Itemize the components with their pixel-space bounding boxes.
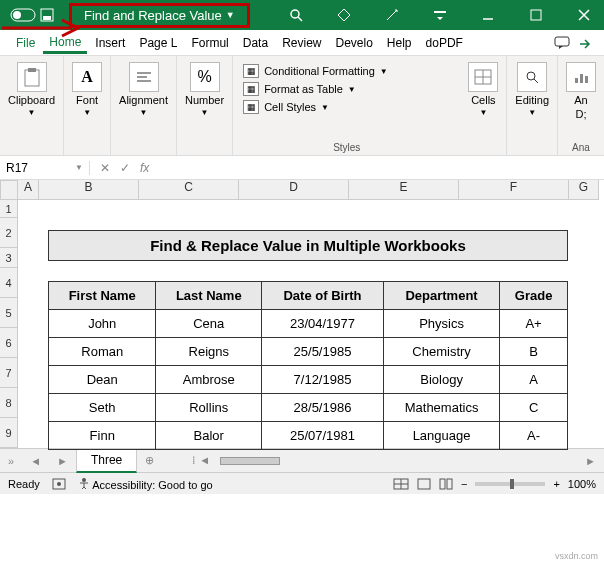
tab-insert[interactable]: Insert [89,32,131,54]
row-head-2[interactable]: 2 [0,218,18,248]
view-pagebreak-icon[interactable] [439,478,453,490]
name-box[interactable]: R17 ▼ [0,161,90,175]
row-head-3[interactable]: 3 [0,248,18,268]
table-cell[interactable]: Cena [156,310,262,338]
close-icon[interactable] [564,0,604,30]
tab-page-layout[interactable]: Page L [133,32,183,54]
table-cell[interactable]: Chemistry [383,338,499,366]
prev-sheet-icon[interactable]: ◄ [22,455,49,467]
share-icon[interactable] [578,36,594,50]
cell-styles[interactable]: ▦Cell Styles ▼ [243,98,450,116]
tab-splitter[interactable]: ⁞ ◄ [192,454,210,467]
view-normal-icon[interactable] [393,478,409,490]
table-cell[interactable]: Language [383,422,499,450]
editing-button[interactable]: Editing ▼ [515,62,549,117]
format-as-table[interactable]: ▦Format as Table ▼ [243,80,450,98]
zoom-level[interactable]: 100% [568,478,596,490]
table-cell[interactable]: A [500,366,568,394]
zoom-out-icon[interactable]: − [461,478,467,490]
document-title: Find and Replace Value [84,8,222,23]
table-cell[interactable]: A+ [500,310,568,338]
th-grade: Grade [500,282,568,310]
row-head-1[interactable]: 1 [0,200,18,218]
table-cell[interactable]: Rollins [156,394,262,422]
cancel-icon[interactable]: ✕ [100,161,110,175]
alignment-button[interactable]: Alignment ▼ [119,62,168,117]
fx-icon[interactable]: fx [140,161,149,175]
accessibility-status[interactable]: Accessibility: Good to go [78,477,213,491]
number-button[interactable]: % Number ▼ [185,62,224,117]
zoom-slider[interactable] [475,482,545,486]
table-cell[interactable]: 25/07/1981 [262,422,384,450]
font-button[interactable]: A Font ▼ [72,62,102,117]
table-cell[interactable]: Balor [156,422,262,450]
comments-icon[interactable] [554,36,570,50]
svg-rect-31 [447,479,452,489]
tab-developer[interactable]: Develo [329,32,378,54]
col-head-G[interactable]: G [569,180,599,200]
zoom-in-icon[interactable]: + [553,478,559,490]
tab-dopdf[interactable]: doPDF [420,32,469,54]
tab-data[interactable]: Data [237,32,274,54]
table-cell[interactable]: Roman [49,338,156,366]
table-cell[interactable]: 28/5/1986 [262,394,384,422]
table-cell[interactable]: A- [500,422,568,450]
table-cell[interactable]: 23/04/1977 [262,310,384,338]
scroll-right-icon[interactable]: ► [577,455,604,467]
table-cell[interactable]: Finn [49,422,156,450]
expand-tabs-icon[interactable]: » [0,455,22,467]
chevron-down-icon[interactable]: ▼ [75,163,83,172]
grid-cells[interactable]: Find & Replace Value in Multiple Workboo… [18,200,604,448]
row-head-6[interactable]: 6 [0,328,18,358]
sheet-tab-three[interactable]: Three [76,448,137,473]
hscroll-thumb[interactable] [220,457,280,465]
next-sheet-icon[interactable]: ► [49,455,76,467]
table-cell[interactable]: 7/12/1985 [262,366,384,394]
macro-record-icon[interactable] [52,478,66,490]
table-cell[interactable]: Seth [49,394,156,422]
table-cell[interactable]: Physics [383,310,499,338]
view-page-icon[interactable] [417,478,431,490]
table-cell[interactable]: 25/5/1985 [262,338,384,366]
table-cell[interactable]: John [49,310,156,338]
col-head-B[interactable]: B [39,180,139,200]
row-head-8[interactable]: 8 [0,388,18,418]
maximize-icon[interactable] [516,0,556,30]
table-cell[interactable]: Mathematics [383,394,499,422]
table-cell[interactable]: Biology [383,366,499,394]
enter-icon[interactable]: ✓ [120,161,130,175]
tab-review[interactable]: Review [276,32,327,54]
table-cell[interactable]: B [500,338,568,366]
table-cell[interactable]: Ambrose [156,366,262,394]
diamond-icon[interactable] [324,0,364,30]
th-firstname: First Name [49,282,156,310]
table-cell[interactable]: C [500,394,568,422]
col-head-F[interactable]: F [459,180,569,200]
col-head-D[interactable]: D [239,180,349,200]
wand-icon[interactable] [372,0,412,30]
alignment-icon [129,62,159,92]
new-sheet-icon[interactable]: ⊕ [137,454,162,467]
row-head-7[interactable]: 7 [0,358,18,388]
chevron-down-icon[interactable]: ▼ [226,10,235,20]
row-head-4[interactable]: 4 [0,268,18,298]
search-icon[interactable] [276,0,316,30]
formula-bar: R17 ▼ ✕ ✓ fx [0,156,604,180]
document-title-highlighted: Find and Replace Value ▼ [69,3,250,28]
col-head-A[interactable]: A [18,180,39,200]
tab-formulas[interactable]: Formul [185,32,234,54]
col-head-E[interactable]: E [349,180,459,200]
col-head-C[interactable]: C [139,180,239,200]
row-head-9[interactable]: 9 [0,418,18,448]
analyze-button[interactable]: An D; [566,62,596,120]
cells-button[interactable]: Cells ▼ [468,62,498,117]
conditional-formatting[interactable]: ▦Conditional Formatting ▼ [243,62,450,80]
minimize-icon[interactable] [468,0,508,30]
table-cell[interactable]: Reigns [156,338,262,366]
select-all-corner[interactable] [0,180,18,200]
clipboard-button[interactable]: Clipboard ▼ [8,62,55,117]
ribbon-options-icon[interactable] [420,0,460,30]
table-cell[interactable]: Dean [49,366,156,394]
tab-help[interactable]: Help [381,32,418,54]
row-head-5[interactable]: 5 [0,298,18,328]
